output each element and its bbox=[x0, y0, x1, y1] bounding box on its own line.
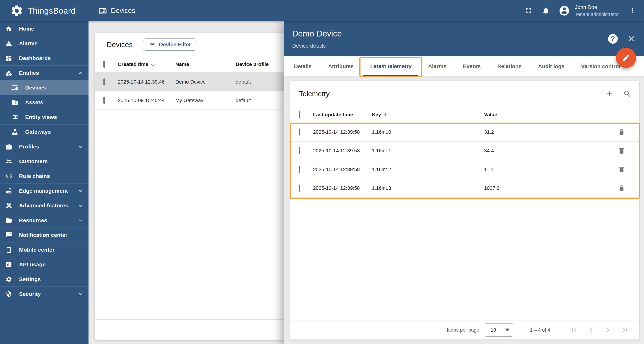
help-button[interactable]: ? bbox=[608, 34, 618, 44]
sort-asc-arrow-icon bbox=[383, 112, 388, 117]
close-button[interactable] bbox=[627, 34, 636, 43]
cell-created-time: 2025-10-14 12:39:46 bbox=[118, 79, 176, 85]
sidebar-item-gateways[interactable]: Gateways bbox=[0, 125, 88, 139]
column-header-value[interactable]: Value bbox=[484, 112, 618, 118]
column-header-created-time[interactable]: Created time bbox=[118, 61, 176, 67]
avatar[interactable] bbox=[558, 5, 570, 16]
next-page-button[interactable] bbox=[604, 326, 612, 334]
delete-telemetry-button[interactable] bbox=[618, 166, 625, 173]
sidebar-item-entities[interactable]: Entities bbox=[0, 66, 88, 80]
settings-ethernet-icon bbox=[6, 173, 12, 180]
edit-fab-button[interactable] bbox=[616, 48, 636, 68]
details-body: Telemetry Last update time Key bbox=[284, 77, 644, 344]
view-quilt-icon bbox=[12, 114, 18, 121]
sidebar-item-advanced-features[interactable]: Advanced features bbox=[0, 198, 88, 213]
cell-value: 1037.6 bbox=[484, 185, 618, 191]
delete-telemetry-button[interactable] bbox=[618, 147, 625, 155]
sidebar-item-profiles[interactable]: Profiles bbox=[0, 139, 88, 154]
sidebar-item-alarms[interactable]: Alarms bbox=[0, 36, 88, 51]
sidebar-item-entity-views[interactable]: Entity views bbox=[0, 110, 88, 125]
sidebar-item-home[interactable]: Home bbox=[0, 21, 88, 36]
sidebar-item-edge-management[interactable]: Edge management bbox=[0, 184, 88, 198]
devices-page-icon bbox=[98, 7, 107, 15]
tab-alarms[interactable]: Alarms bbox=[420, 56, 455, 76]
dropdown-caret-icon bbox=[505, 329, 510, 332]
items-per-page-select[interactable]: 10 bbox=[485, 323, 513, 337]
sidebar-item-dashboards[interactable]: Dashboards bbox=[0, 51, 88, 66]
sidebar-item-assets[interactable]: Assets bbox=[0, 95, 88, 110]
column-header-last-update-time[interactable]: Last update time bbox=[313, 112, 372, 118]
building-icon bbox=[12, 99, 18, 106]
trash-icon bbox=[618, 147, 625, 155]
tab-details[interactable]: Details bbox=[286, 56, 320, 76]
add-telemetry-button[interactable] bbox=[606, 90, 614, 98]
tab-relations[interactable]: Relations bbox=[489, 56, 530, 76]
row-checkbox[interactable] bbox=[298, 166, 300, 173]
tab-latest-telemetry[interactable]: Latest telemetry bbox=[362, 56, 420, 76]
telemetry-card: Telemetry Last update time Key bbox=[290, 81, 639, 340]
notifications-button[interactable] bbox=[542, 7, 550, 15]
sidebar-item-notification-center[interactable]: Notification center bbox=[0, 228, 88, 243]
row-checkbox[interactable] bbox=[104, 97, 105, 104]
page-title-label: Devices bbox=[111, 7, 135, 14]
sidebar-item-resources[interactable]: Resources bbox=[0, 213, 88, 228]
question-mark-icon: ? bbox=[611, 35, 615, 43]
pencil-icon bbox=[622, 54, 630, 62]
shield-icon bbox=[6, 291, 12, 298]
fullscreen-button[interactable] bbox=[524, 7, 533, 15]
select-all-checkbox[interactable] bbox=[298, 111, 300, 118]
select-all-checkbox[interactable] bbox=[104, 61, 105, 68]
brand-name: ThingsBoard bbox=[28, 6, 76, 16]
items-per-page-value: 10 bbox=[490, 327, 496, 333]
telemetry-row[interactable]: 2025-10-14 12:39:58 1.16int.3 1037.6 bbox=[290, 179, 639, 198]
brand[interactable]: ThingsBoard bbox=[0, 4, 76, 17]
active-tab-underline bbox=[363, 75, 418, 76]
gear-icon bbox=[6, 276, 12, 283]
smartphone-icon bbox=[6, 246, 12, 253]
first-page-button[interactable] bbox=[570, 326, 578, 334]
tab-audit-logs[interactable]: Audit logs bbox=[530, 56, 573, 76]
sidebar-item-api-usage[interactable]: API usage bbox=[0, 257, 88, 272]
sidebar-item-customers[interactable]: Customers bbox=[0, 154, 88, 169]
telemetry-row[interactable]: 2025-10-14 12:39:58 1.16int.1 34.4 bbox=[290, 142, 639, 160]
previous-page-button[interactable] bbox=[587, 326, 595, 334]
sort-desc-arrow-icon bbox=[150, 62, 156, 67]
chevron-down-icon bbox=[77, 143, 84, 150]
sidebar-item-settings[interactable]: Settings bbox=[0, 272, 88, 287]
search-telemetry-button[interactable] bbox=[623, 90, 632, 98]
sidebar-item-devices[interactable]: Devices bbox=[0, 80, 88, 95]
badge-icon bbox=[6, 143, 12, 150]
cell-value: 11.1 bbox=[484, 167, 618, 172]
last-page-icon bbox=[621, 326, 629, 334]
device-filter-button[interactable]: Device Filter bbox=[143, 38, 197, 51]
telemetry-row[interactable]: 2025-10-14 12:39:58 1.16int.0 31.2 bbox=[290, 123, 639, 142]
telemetry-row[interactable]: 2025-10-14 12:39:58 1.16int.2 11.1 bbox=[290, 160, 639, 179]
more-menu-button[interactable] bbox=[629, 7, 636, 14]
chevron-down-icon bbox=[77, 188, 84, 194]
row-checkbox[interactable] bbox=[298, 128, 300, 135]
trash-icon bbox=[618, 128, 625, 136]
category-icon bbox=[6, 69, 12, 76]
column-header-key[interactable]: Key bbox=[372, 112, 484, 118]
delete-telemetry-button[interactable] bbox=[618, 184, 625, 192]
row-checkbox[interactable] bbox=[104, 78, 105, 85]
chevron-left-icon bbox=[587, 326, 595, 334]
details-subtitle: Device details bbox=[292, 43, 644, 49]
sidebar-item-security[interactable]: Security bbox=[0, 287, 88, 301]
cell-created-time: 2025-10-09 10:40:44 bbox=[118, 98, 176, 103]
sidebar-item-mobile-center[interactable]: Mobile center bbox=[0, 243, 88, 257]
column-header-name[interactable]: Name bbox=[176, 61, 236, 67]
tab-events[interactable]: Events bbox=[455, 56, 489, 76]
delete-telemetry-button[interactable] bbox=[618, 128, 625, 136]
user-info: John Doe Tenant administrator bbox=[575, 4, 619, 18]
row-checkbox[interactable] bbox=[298, 147, 300, 154]
chart-icon bbox=[6, 261, 12, 268]
plus-icon bbox=[606, 90, 614, 98]
tab-attributes[interactable]: Attributes bbox=[320, 56, 362, 76]
row-checkbox[interactable] bbox=[298, 185, 300, 192]
last-page-button[interactable] bbox=[621, 326, 629, 334]
sidebar-item-rule-chains[interactable]: Rule chains bbox=[0, 169, 88, 184]
page-range-label: 1 – 4 of 4 bbox=[530, 327, 550, 333]
account-circle-icon bbox=[558, 5, 570, 16]
notification-chat-icon bbox=[6, 232, 12, 239]
